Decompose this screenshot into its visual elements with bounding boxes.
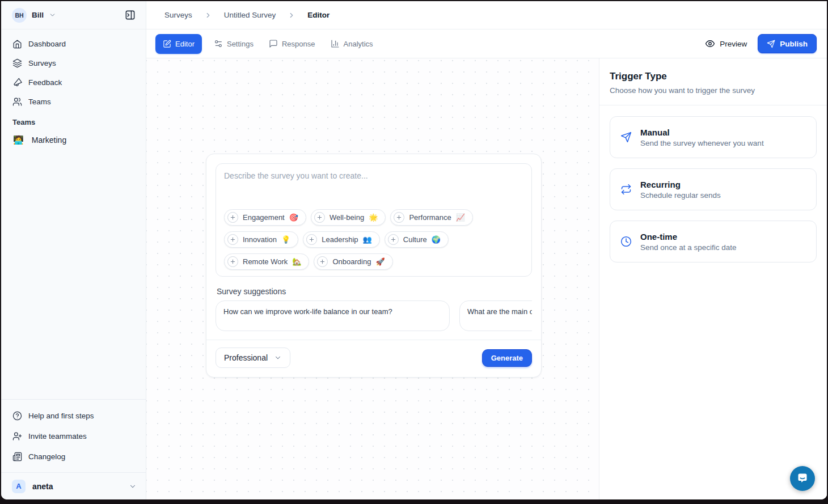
sidebar-item-surveys[interactable]: Surveys [8, 53, 139, 73]
sidebar-item-label: Help and first steps [28, 412, 94, 420]
chip-emoji: 🎯 [289, 213, 298, 222]
plus-icon [227, 212, 238, 223]
breadcrumb-untitled-survey[interactable]: Untitled Survey [224, 11, 276, 19]
user-avatar: A [12, 480, 26, 493]
publish-button[interactable]: Publish [758, 34, 817, 53]
suggestion-card[interactable]: What are the main ob [459, 300, 532, 331]
chip-label: Leadership [322, 235, 358, 244]
tab-label: Analytics [344, 40, 373, 48]
tone-select[interactable]: Professional [216, 348, 290, 368]
sidebar-item-help[interactable]: Help and first steps [8, 405, 139, 426]
app-window: BH Bill Dashboard Surv [1, 1, 827, 499]
tab-label: Response [282, 40, 315, 48]
sidebar: BH Bill Dashboard Surv [1, 1, 146, 499]
chip-label: Well-being [329, 213, 364, 222]
sidebar-item-label: Feedback [28, 78, 62, 87]
team-label: Marketing [32, 135, 66, 145]
help-circle-icon [12, 411, 22, 421]
sidebar-item-label: Surveys [28, 59, 56, 67]
sidebar-item-label: Teams [28, 98, 51, 106]
send-icon [767, 40, 775, 48]
user-menu[interactable]: A aneta [1, 472, 146, 499]
sidebar-spacer [1, 150, 146, 399]
trigger-options: Manual Send the survey whenever you want… [599, 105, 827, 273]
chip-emoji: 📈 [456, 213, 465, 222]
chip-emoji: 🚀 [375, 257, 385, 266]
workspace-name: Bill [32, 11, 44, 19]
content-area: Engagement 🎯 Well-being 🌟 Performance [146, 58, 827, 499]
panel-subtitle: Choose how you want to trigger the surve… [610, 86, 817, 95]
option-title: Recurring [640, 180, 721, 189]
megaphone-icon [12, 78, 22, 87]
trigger-option-recurring[interactable]: Recurring Schedule regular sends [610, 168, 817, 210]
chevron-down-icon [129, 482, 137, 490]
sidebar-team-marketing[interactable]: 🧑‍💻 Marketing [1, 130, 146, 150]
newspaper-icon [12, 452, 22, 461]
tab-editor[interactable]: Editor [155, 34, 202, 54]
panel-title: Trigger Type [610, 71, 817, 82]
topic-chip-engagement[interactable]: Engagement 🎯 [224, 209, 306, 226]
sidebar-item-changelog[interactable]: Changelog [8, 446, 139, 467]
settings-icon [214, 39, 223, 48]
option-title: Manual [640, 128, 764, 137]
sidebar-item-teams[interactable]: Teams [8, 92, 139, 111]
suggestion-card[interactable]: How can we improve work-life balance in … [216, 300, 450, 331]
sidebar-item-feedback[interactable]: Feedback [8, 73, 139, 92]
bar-chart-icon [331, 39, 340, 48]
suggestions-title: Survey suggestions [217, 287, 531, 296]
option-title: One-time [640, 232, 737, 242]
chip-label: Onboarding [332, 257, 371, 266]
preview-button[interactable]: Preview [705, 39, 747, 49]
trigger-type-panel: Trigger Type Choose how you want to trig… [599, 58, 827, 499]
survey-description-box[interactable]: Engagement 🎯 Well-being 🌟 Performance [216, 163, 532, 277]
topic-chip-remote-work[interactable]: Remote Work 🏡 [224, 253, 309, 270]
trigger-option-one-time[interactable]: One-time Send once at a specific date [610, 221, 817, 262]
topic-chip-culture[interactable]: Culture 🌍 [385, 231, 449, 248]
repeat-icon [620, 184, 632, 195]
teams-section-label: Teams [1, 111, 146, 130]
sidebar-nav: Dashboard Surveys Feedback Teams [1, 29, 146, 111]
sidebar-item-label: Changelog [28, 452, 65, 461]
topic-chip-onboarding[interactable]: Onboarding 🚀 [314, 253, 392, 270]
topic-chip-leadership[interactable]: Leadership 👥 [303, 231, 380, 248]
plus-icon [317, 256, 328, 267]
message-square-icon [269, 39, 278, 48]
sidebar-footer-nav: Help and first steps Invite teammates Ch… [1, 399, 146, 472]
sidebar-item-dashboard[interactable]: Dashboard [8, 34, 139, 53]
generate-button[interactable]: Generate [482, 349, 532, 367]
chip-label: Culture [403, 235, 427, 244]
workspace-avatar: BH [12, 8, 27, 23]
topic-chip-well-being[interactable]: Well-being 🌟 [311, 209, 386, 226]
tab-label: Settings [227, 40, 254, 48]
topic-chip-performance[interactable]: Performance 📈 [390, 209, 473, 226]
sidebar-item-invite[interactable]: Invite teammates [8, 426, 139, 446]
layers-icon [12, 58, 22, 68]
chip-label: Innovation [243, 235, 277, 244]
send-icon [620, 132, 632, 143]
workspace-switcher[interactable]: BH Bill [1, 1, 146, 29]
sidebar-item-label: Dashboard [28, 40, 66, 48]
editor-canvas[interactable]: Engagement 🎯 Well-being 🌟 Performance [146, 58, 599, 499]
chat-launcher-button[interactable] [790, 466, 815, 491]
panel-toggle-icon [125, 10, 136, 20]
tab-label: Editor [175, 40, 195, 48]
topic-chip-innovation[interactable]: Innovation 💡 [224, 231, 298, 248]
trigger-option-manual[interactable]: Manual Send the survey whenever you want [610, 116, 817, 158]
tab-analytics[interactable]: Analytics [327, 34, 377, 54]
clock-icon [620, 236, 632, 247]
option-description: Send the survey whenever you want [640, 139, 764, 147]
tab-settings[interactable]: Settings [210, 34, 257, 54]
topic-chips: Engagement 🎯 Well-being 🌟 Performance [224, 209, 523, 270]
tab-response[interactable]: Response [265, 34, 319, 54]
main-area: Surveys Untitled Survey Editor Editor [146, 1, 827, 499]
chip-label: Performance [409, 213, 451, 222]
breadcrumb: Surveys Untitled Survey Editor [146, 1, 827, 29]
chevron-right-icon [288, 11, 295, 19]
sidebar-collapse-button[interactable] [122, 7, 138, 23]
chip-emoji: 🌍 [432, 235, 441, 244]
survey-description-input[interactable] [224, 171, 523, 209]
tone-value: Professional [224, 353, 268, 362]
chip-label: Engagement [243, 213, 285, 222]
user-plus-icon [12, 431, 22, 441]
breadcrumb-surveys[interactable]: Surveys [164, 11, 192, 19]
